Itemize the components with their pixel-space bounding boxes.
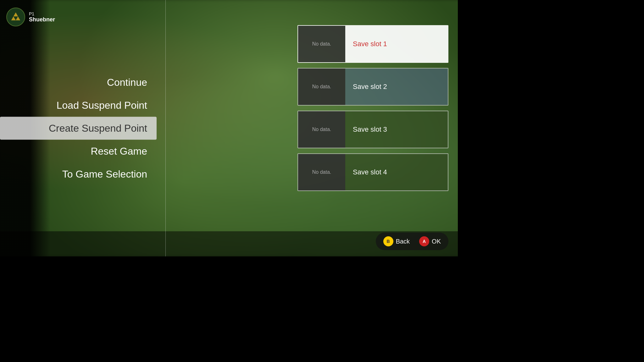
slot-2-no-data: No data.: [312, 84, 331, 90]
menu-item-continue[interactable]: Continue: [0, 71, 157, 94]
slot-3-label: Save slot 3: [345, 111, 448, 148]
slot-4-no-data: No data.: [312, 169, 331, 175]
slot-2-preview: No data.: [298, 69, 345, 105]
slot-1-preview: No data.: [298, 26, 345, 62]
main-menu: Continue Load Suspend Point Create Suspe…: [0, 71, 166, 186]
ok-control[interactable]: A OK: [419, 236, 441, 246]
menu-item-load-suspend[interactable]: Load Suspend Point: [0, 94, 157, 117]
svg-marker-0: [14, 13, 18, 17]
menu-item-game-selection[interactable]: To Game Selection: [0, 163, 157, 186]
ok-label: OK: [432, 238, 441, 245]
menu-item-reset-game[interactable]: Reset Game: [0, 140, 157, 163]
menu-item-create-suspend[interactable]: Create Suspend Point: [0, 117, 157, 140]
svg-marker-2: [16, 16, 20, 20]
player-text: P1 Shuebner: [29, 11, 55, 23]
slot-4-label: Save slot 4: [345, 154, 448, 190]
zelda-icon: [10, 11, 21, 23]
a-button[interactable]: A: [419, 236, 429, 246]
avatar: [6, 8, 25, 26]
player-name: Shuebner: [29, 16, 55, 23]
save-slots-panel: No data. Save slot 1 No data. Save slot …: [297, 25, 448, 191]
save-slot-1[interactable]: No data. Save slot 1: [297, 25, 448, 63]
slot-1-no-data: No data.: [312, 41, 331, 47]
slot-2-label: Save slot 2: [345, 69, 448, 105]
save-slot-2[interactable]: No data. Save slot 2: [297, 68, 448, 106]
save-slot-4[interactable]: No data. Save slot 4: [297, 153, 448, 191]
b-button[interactable]: B: [383, 236, 393, 246]
save-slot-3[interactable]: No data. Save slot 3: [297, 111, 448, 148]
back-label: Back: [396, 238, 410, 245]
slot-3-no-data: No data.: [312, 127, 331, 132]
slot-3-preview: No data.: [298, 111, 345, 148]
player-info: P1 Shuebner: [6, 8, 55, 26]
back-control[interactable]: B Back: [383, 236, 410, 246]
svg-marker-1: [11, 16, 16, 20]
slot-1-label: Save slot 1: [345, 26, 448, 62]
slot-4-preview: No data.: [298, 154, 345, 190]
player-label: P1: [29, 11, 55, 16]
bottom-controls: B Back A OK: [376, 233, 448, 250]
